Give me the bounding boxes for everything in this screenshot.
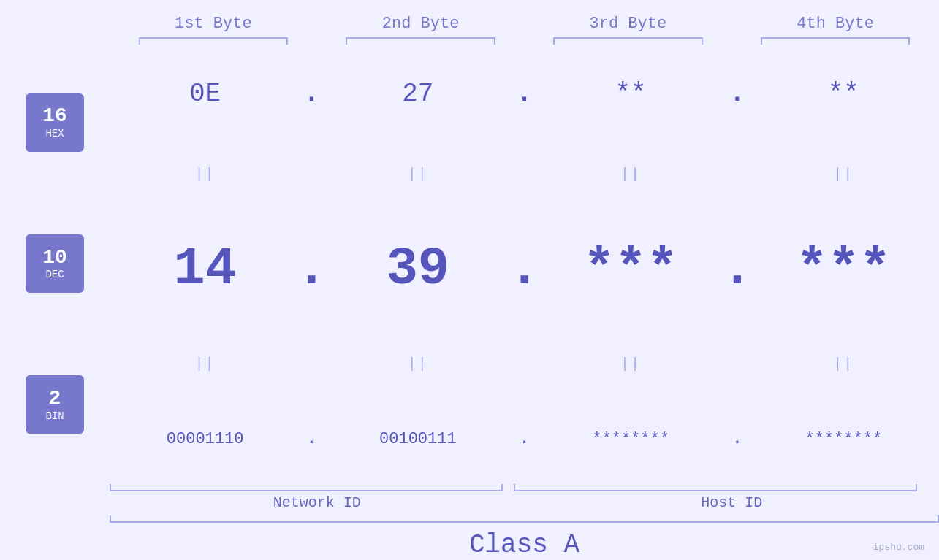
dec-val-1: 14 xyxy=(173,239,236,299)
dec-cell-2: 39 xyxy=(322,239,513,299)
hex-cell-1: 0E xyxy=(110,79,300,109)
main-container: 1st Byte 2nd Byte 3rd Byte 4th Byte 16 H… xyxy=(0,0,939,560)
bin-dot-2: . xyxy=(514,430,536,448)
equals-row-1: || || || || xyxy=(110,164,939,185)
byte4-header: 4th Byte xyxy=(731,15,939,33)
eq2-cell-4: || xyxy=(748,357,939,372)
eq2-cell-3: || xyxy=(536,357,726,372)
hex-label: HEX xyxy=(45,128,64,139)
side-labels: 16 HEX 10 DEC 2 BIN xyxy=(0,45,110,483)
hex-number: 16 xyxy=(42,105,67,128)
eq-cell-2: || xyxy=(322,167,513,182)
dec-cell-1: 14 xyxy=(110,239,300,299)
dec-dot-3: . xyxy=(726,239,748,299)
class-label-container: Class A xyxy=(0,530,939,560)
equals-row-2: || || || || xyxy=(110,353,939,375)
dec-val-2: 39 xyxy=(387,239,449,299)
bin-cell-4: ******** xyxy=(748,430,939,448)
bin-val-4: ******** xyxy=(805,430,883,448)
bracket-top-2 xyxy=(317,37,525,45)
eq-cell-3: || xyxy=(536,167,726,182)
dec-val-4: *** xyxy=(797,239,892,299)
hex-dot-2: . xyxy=(514,79,536,109)
hex-row: 0E . 27 . ** . ** xyxy=(110,79,939,109)
byte3-header: 3rd Byte xyxy=(525,15,732,33)
hex-cell-2: 27 xyxy=(322,79,513,109)
bracket-top-4 xyxy=(731,37,939,45)
bin-cell-3: ******** xyxy=(536,430,726,448)
rows-area: 0E . 27 . ** . ** xyxy=(110,45,939,483)
bin-label: BIN xyxy=(45,410,64,422)
hex-dot-3: . xyxy=(726,79,748,109)
hex-badge: 16 HEX xyxy=(26,93,84,152)
hex-dot-1: . xyxy=(300,79,322,109)
bin-badge: 2 BIN xyxy=(26,375,84,434)
bracket-top-3 xyxy=(525,37,732,45)
hex-val-2: 27 xyxy=(402,79,433,109)
hex-val-4: ** xyxy=(828,79,859,109)
eq2-cell-2: || xyxy=(322,357,513,372)
dec-val-3: *** xyxy=(583,239,678,299)
eq-cell-1: || xyxy=(110,167,300,182)
hex-val-3: ** xyxy=(615,79,647,109)
full-bottom-bracket-row xyxy=(0,515,939,523)
bin-cell-2: 00100111 xyxy=(322,430,513,448)
network-id-label: Network ID xyxy=(110,494,525,511)
class-label: Class A xyxy=(469,530,579,560)
host-bottom-bracket xyxy=(514,484,918,491)
bin-val-2: 00100111 xyxy=(379,430,457,448)
top-bracket-row xyxy=(0,37,939,45)
network-bottom-bracket xyxy=(110,484,503,491)
id-labels-row: Network ID Host ID xyxy=(0,494,939,511)
eq-cell-4: || xyxy=(748,167,939,182)
bin-number: 2 xyxy=(49,388,61,410)
host-id-label: Host ID xyxy=(525,494,940,511)
hex-val-1: 0E xyxy=(189,79,221,109)
byte2-header: 2nd Byte xyxy=(317,15,525,33)
bin-dot-3: . xyxy=(726,430,748,448)
byte1-header: 1st Byte xyxy=(110,15,317,33)
full-bottom-bracket xyxy=(110,515,939,523)
content-area: 16 HEX 10 DEC 2 BIN 0E . xyxy=(0,45,939,483)
dec-row: 14 . 39 . *** . *** xyxy=(110,239,939,299)
bin-val-3: ******** xyxy=(592,430,669,448)
dec-cell-3: *** xyxy=(536,239,726,299)
dec-label: DEC xyxy=(45,269,64,280)
byte-headers: 1st Byte 2nd Byte 3rd Byte 4th Byte xyxy=(0,15,939,33)
hex-cell-3: ** xyxy=(536,79,726,109)
dec-dot-2: . xyxy=(514,239,536,299)
dec-number: 10 xyxy=(42,247,67,269)
hex-cell-4: ** xyxy=(748,79,939,109)
watermark: ipshu.com xyxy=(873,542,924,553)
dec-badge: 10 DEC xyxy=(26,234,84,293)
bin-dot-1: . xyxy=(300,430,322,448)
bottom-bracket-area xyxy=(0,484,939,491)
eq2-cell-1: || xyxy=(110,357,300,372)
bin-cell-1: 00001110 xyxy=(110,430,300,448)
dec-dot-1: . xyxy=(300,239,322,299)
bin-row: 00001110 . 00100111 . ******** . xyxy=(110,430,939,448)
bracket-top-1 xyxy=(110,37,317,45)
dec-cell-4: *** xyxy=(748,239,939,299)
bin-val-1: 00001110 xyxy=(167,430,244,448)
